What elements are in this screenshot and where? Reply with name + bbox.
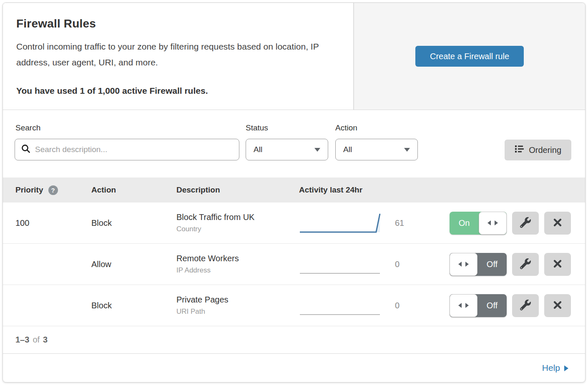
rule-activity-cell: 0: [299, 253, 428, 275]
firewall-rules-card: Firewall Rules Control incoming traffic …: [3, 2, 585, 382]
wrench-icon: [520, 258, 531, 270]
table-header: Priority ? Action Description Activity l…: [3, 178, 585, 202]
rule-controls: On: [428, 212, 585, 235]
rule-priority: 100: [15, 218, 91, 228]
rule-description: Block Traffic from UK: [176, 212, 299, 222]
status-select-value: All: [254, 145, 262, 154]
page-description: Control incoming traffic to your zone by…: [16, 39, 333, 70]
column-header-description: Description: [176, 185, 299, 195]
chevron-down-icon: [404, 148, 410, 152]
toggle-knob[interactable]: [479, 212, 507, 235]
x-icon: [553, 218, 563, 229]
table-row: Block Private Pages URI Path 0 Off: [3, 285, 585, 326]
rule-action: Allow: [91, 260, 176, 269]
usage-note: You have used 1 of 1,000 active Firewall…: [16, 86, 337, 96]
search-label: Search: [15, 123, 40, 132]
toggle-knob[interactable]: [450, 294, 477, 317]
pagination-bar: 1–3 of 3: [3, 326, 585, 354]
arrow-left-icon: [458, 303, 462, 308]
rule-activity-cell: 61: [299, 212, 428, 234]
help-bar: Help: [3, 354, 585, 382]
x-icon: [553, 300, 563, 311]
search-input[interactable]: [35, 145, 233, 154]
header-action-panel: Create a Firewall rule: [353, 3, 585, 110]
rule-match-type: Country: [176, 225, 299, 233]
status-select[interactable]: All: [246, 139, 328, 160]
table-row: Allow Remote Workers IP Address 0 Off: [3, 244, 585, 285]
delete-rule-button[interactable]: [544, 253, 571, 276]
rule-description: Remote Workers: [176, 254, 299, 263]
create-firewall-rule-button[interactable]: Create a Firewall rule: [415, 46, 524, 67]
action-select[interactable]: All: [335, 139, 418, 160]
rule-enabled-toggle[interactable]: Off: [450, 294, 507, 317]
table-row: 100 Block Block Traffic from UK Country …: [3, 202, 585, 244]
edit-rule-button[interactable]: [512, 212, 539, 235]
rule-match-type: URI Path: [176, 308, 299, 316]
toggle-state-label: On: [450, 212, 479, 235]
search-icon: [21, 144, 31, 155]
search-box[interactable]: [15, 139, 239, 160]
action-select-value: All: [343, 145, 352, 154]
delete-rule-button[interactable]: [544, 294, 571, 317]
column-header-priority: Priority ?: [15, 185, 91, 195]
wrench-icon: [520, 300, 531, 312]
arrow-right-icon: [465, 303, 469, 308]
rule-description-cell: Block Traffic from UK Country: [176, 212, 299, 233]
rule-activity-cell: 0: [299, 295, 428, 316]
header-text-panel: Firewall Rules Control incoming traffic …: [3, 3, 353, 110]
chevron-down-icon: [314, 148, 320, 152]
rule-action: Block: [91, 301, 176, 310]
help-link-label: Help: [542, 363, 560, 373]
rule-controls: Off: [428, 253, 585, 276]
x-icon: [553, 259, 563, 270]
activity-count: 61: [395, 218, 404, 228]
action-label: Action: [335, 123, 357, 132]
wrench-icon: [520, 217, 531, 229]
arrow-right-icon: [465, 262, 469, 267]
rule-description-cell: Private Pages URI Path: [176, 295, 299, 316]
rule-description-cell: Remote Workers IP Address: [176, 254, 299, 275]
status-label: Status: [246, 123, 268, 132]
toggle-state-label: Off: [477, 294, 507, 317]
list-icon: [515, 145, 524, 155]
activity-count: 0: [395, 260, 400, 269]
ordering-button[interactable]: Ordering: [505, 140, 571, 160]
help-link[interactable]: Help: [542, 363, 568, 373]
arrow-right-icon: [495, 220, 498, 225]
delete-rule-button[interactable]: [544, 212, 571, 235]
question-circle-icon[interactable]: ?: [48, 185, 58, 195]
edit-rule-button[interactable]: [512, 294, 539, 317]
filter-bar: Search Status All Action All: [3, 110, 585, 178]
ordering-button-label: Ordering: [529, 145, 561, 155]
column-header-action: Action: [91, 185, 176, 195]
rule-description: Private Pages: [176, 295, 299, 305]
arrow-left-icon: [487, 220, 491, 225]
activity-sparkline: [299, 253, 383, 275]
column-header-activity: Activity last 24hr: [299, 185, 428, 195]
activity-count: 0: [395, 301, 400, 310]
pagination-of-text: of: [33, 335, 40, 345]
firewall-rules-page: Firewall Rules Control incoming traffic …: [0, 0, 588, 385]
pagination-range: 1–3: [15, 335, 29, 345]
rule-enabled-toggle[interactable]: On: [450, 212, 507, 235]
arrow-right-icon: [564, 365, 568, 371]
rule-match-type: IP Address: [176, 266, 299, 275]
page-title: Firewall Rules: [16, 17, 337, 30]
activity-sparkline: [299, 212, 383, 234]
page-header: Firewall Rules Control incoming traffic …: [3, 3, 585, 110]
edit-rule-button[interactable]: [512, 253, 539, 276]
pagination-total: 3: [43, 335, 48, 345]
rule-action: Block: [91, 218, 176, 228]
toggle-state-label: Off: [477, 253, 507, 276]
arrow-left-icon: [458, 262, 462, 267]
rule-enabled-toggle[interactable]: Off: [450, 253, 507, 276]
activity-sparkline: [299, 295, 383, 316]
toggle-knob[interactable]: [450, 253, 477, 276]
rule-controls: Off: [428, 294, 585, 317]
